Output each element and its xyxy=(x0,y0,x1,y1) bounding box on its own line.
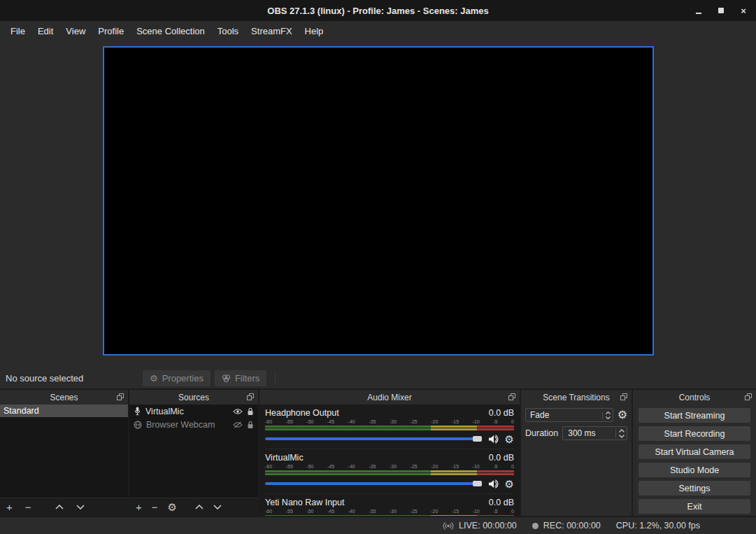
filters-button[interactable]: Filters xyxy=(215,370,266,386)
meter-tick-label: -50 xyxy=(306,464,313,470)
move-source-down-button[interactable] xyxy=(213,505,222,510)
start-virtual-camera-button[interactable]: Start Virtual Camera xyxy=(639,444,750,459)
duration-spinner-icon[interactable] xyxy=(615,429,625,438)
source-row-virtualmic[interactable]: VirtualMic xyxy=(129,405,258,418)
meter-tick-label: -40 xyxy=(348,464,355,470)
audio-mixer-dock: Audio Mixer Headphone Output 0.0 dB -60-… xyxy=(259,390,520,516)
exit-button[interactable]: Exit xyxy=(639,499,750,514)
speaker-mute-button[interactable] xyxy=(488,435,499,444)
menu-help[interactable]: Help xyxy=(299,21,330,41)
meter-tick-label: 0 xyxy=(511,509,514,514)
visibility-eye-icon[interactable] xyxy=(233,408,243,415)
popout-icon[interactable] xyxy=(117,393,124,400)
menu-file[interactable]: File xyxy=(4,21,31,41)
window-buttons: × xyxy=(694,0,748,21)
menu-streamfx[interactable]: StreamFX xyxy=(245,21,299,41)
meter-tick-label: -30 xyxy=(390,464,397,470)
menu-view[interactable]: View xyxy=(59,21,92,41)
popout-icon[interactable] xyxy=(247,393,254,400)
globe-icon xyxy=(134,421,142,429)
meter-tick-label: -5 xyxy=(493,419,497,425)
preview-region xyxy=(0,41,756,368)
mixer-gear-icon[interactable]: ⚙ xyxy=(505,479,514,489)
meter-tick-label: -10 xyxy=(473,464,480,470)
meter-tick-label: -55 xyxy=(286,419,293,425)
visibility-eye-slash-icon[interactable] xyxy=(233,421,243,428)
sources-dock-header: Sources xyxy=(129,390,258,405)
meter-tick-label: 0 xyxy=(511,419,514,425)
volume-meter xyxy=(265,426,514,428)
transition-select[interactable]: Fade xyxy=(525,408,613,422)
popout-icon[interactable] xyxy=(508,393,515,400)
volume-slider[interactable] xyxy=(265,482,482,485)
settings-button[interactable]: Settings xyxy=(639,481,750,496)
volume-meter xyxy=(265,515,514,516)
popout-icon[interactable] xyxy=(745,393,752,400)
meter-tick-label: -60 xyxy=(265,419,272,425)
filters-label: Filters xyxy=(235,373,259,384)
controls-dock: Controls Start Streaming Start Recording… xyxy=(633,390,756,516)
audio-mixer-body: Headphone Output 0.0 dB -60-55-50-45-40-… xyxy=(259,405,520,516)
meter-tick-label: -45 xyxy=(327,509,334,514)
remove-scene-button[interactable]: − xyxy=(25,502,31,512)
popout-icon[interactable] xyxy=(620,393,627,400)
record-dot-icon xyxy=(532,523,539,529)
mixer-gear-icon[interactable]: ⚙ xyxy=(505,434,514,444)
menu-profile[interactable]: Profile xyxy=(92,21,130,41)
meter-tick-label: -25 xyxy=(411,509,418,514)
scenes-dock-title: Scenes xyxy=(50,393,78,402)
menu-scene-collection[interactable]: Scene Collection xyxy=(130,21,211,41)
start-streaming-button[interactable]: Start Streaming xyxy=(639,408,750,423)
transition-settings-gear-icon[interactable]: ⚙ xyxy=(618,409,627,421)
meter-tick-label: -30 xyxy=(390,419,397,425)
minimize-button[interactable] xyxy=(694,6,703,15)
meter-tick-label: -50 xyxy=(306,509,313,514)
meter-tick-label: -45 xyxy=(327,464,334,470)
properties-label: Properties xyxy=(162,373,204,384)
duration-value: 300 ms xyxy=(568,428,613,438)
studio-mode-button[interactable]: Studio Mode xyxy=(639,463,750,477)
scene-item-standard[interactable]: Standard xyxy=(0,405,128,417)
duration-spinbox[interactable]: 300 ms xyxy=(562,426,627,440)
start-recording-button[interactable]: Start Recording xyxy=(639,426,750,441)
rec-status: REC: 00:00:00 xyxy=(532,521,601,531)
close-button[interactable]: × xyxy=(739,6,748,15)
mixer-db-value: 0.0 dB xyxy=(489,453,514,463)
menu-tools[interactable]: Tools xyxy=(211,21,245,41)
preview-canvas[interactable] xyxy=(103,46,654,356)
no-source-label: No source selected xyxy=(6,373,143,384)
combo-spinner-icon[interactable] xyxy=(602,412,611,419)
speaker-mute-button[interactable] xyxy=(488,479,499,489)
meter-tick-label: -35 xyxy=(369,464,376,470)
meter-tick-label: -10 xyxy=(473,419,480,425)
scene-transitions-dock-title: Scene Transitions xyxy=(543,393,609,402)
broadcast-icon xyxy=(443,521,454,531)
lock-icon[interactable] xyxy=(247,421,254,429)
cpu-fps-stats: CPU: 1.2%, 30.00 fps xyxy=(616,521,700,531)
source-row-browser-webcam[interactable]: Browser Webcam xyxy=(129,418,258,431)
meter-scale: -60-55-50-45-40-35-30-25-20-15-10-50 xyxy=(265,419,514,425)
add-scene-button[interactable]: + xyxy=(6,502,13,512)
mixer-db-value: 0.0 dB xyxy=(489,408,514,418)
move-source-up-button[interactable] xyxy=(195,505,204,510)
maximize-button[interactable] xyxy=(717,6,725,15)
meter-tick-label: -15 xyxy=(452,509,459,514)
add-source-button[interactable]: + xyxy=(136,502,142,512)
meter-tick-label: -45 xyxy=(327,419,334,425)
move-scene-up-button[interactable] xyxy=(55,505,64,510)
volume-slider-handle[interactable] xyxy=(473,436,482,442)
volume-slider-handle[interactable] xyxy=(473,481,482,486)
remove-source-button[interactable]: − xyxy=(152,502,158,512)
close-icon: × xyxy=(741,6,746,15)
menu-edit[interactable]: Edit xyxy=(31,21,59,41)
move-scene-down-button[interactable] xyxy=(76,505,85,510)
duration-label: Duration xyxy=(525,428,558,438)
transition-selected-value: Fade xyxy=(530,410,599,420)
rec-time: REC: 00:00:00 xyxy=(543,521,601,531)
lock-icon[interactable] xyxy=(247,407,254,416)
scenes-list: Standard xyxy=(0,405,128,498)
meter-tick-label: -10 xyxy=(473,509,480,514)
volume-slider[interactable] xyxy=(265,437,482,440)
properties-button[interactable]: ⚙ Properties xyxy=(143,370,211,386)
source-properties-gear-icon[interactable]: ⚙ xyxy=(168,502,177,512)
